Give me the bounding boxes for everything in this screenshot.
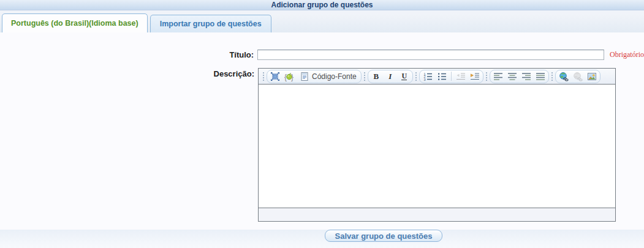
align-center-icon	[507, 72, 517, 81]
numbered-list-button[interactable]: 1 2 3	[421, 70, 434, 83]
source-code-label: Código-Fonte	[312, 72, 357, 81]
toolbar-grip	[415, 72, 417, 81]
tab-base-language-label: Português (do Brasil)(Idioma base)	[11, 19, 138, 28]
toolbar-grip	[486, 72, 487, 81]
underline-button[interactable]: U	[398, 70, 411, 83]
editor-toolbar: { }	[259, 69, 615, 85]
toolbar-group-links	[555, 70, 600, 83]
toolbar-group-basicstyles: B I U	[368, 70, 413, 83]
justify-button[interactable]	[534, 70, 547, 83]
italic-button[interactable]: I	[384, 70, 397, 83]
outdent-icon	[456, 72, 466, 81]
insert-image-button[interactable]	[585, 70, 599, 83]
numbered-list-icon: 1 2 3	[423, 72, 433, 81]
tab-base-language[interactable]: Português (do Brasil)(Idioma base)	[2, 13, 148, 32]
justify-icon	[536, 72, 545, 81]
editor-footer-bar	[259, 208, 615, 221]
outdent-button	[454, 70, 468, 83]
indent-button[interactable]	[468, 70, 482, 83]
placeholder-fields-icon: { }	[284, 72, 294, 81]
align-left-icon	[493, 72, 503, 81]
toolbar-separator	[451, 72, 452, 81]
source-code-button[interactable]: Código-Fonte	[297, 70, 360, 83]
rich-text-editor: { }	[258, 68, 616, 222]
title-label: Título:	[0, 50, 257, 60]
italic-icon: I	[388, 72, 392, 81]
underline-icon: U	[401, 72, 407, 80]
maximize-button[interactable]	[268, 70, 282, 83]
button-row: Salvar grupo de questões	[0, 230, 644, 248]
toolbar-group-align	[490, 70, 549, 83]
indent-icon	[470, 72, 480, 81]
unlink-button	[571, 70, 585, 83]
title-input[interactable]	[257, 50, 604, 60]
bold-icon: B	[373, 72, 379, 81]
toolbar-grip	[551, 72, 553, 81]
add-question-group-dialog: Adicionar grupo de questões Português (d…	[0, 0, 644, 248]
bulleted-list-button[interactable]	[435, 70, 449, 83]
form-content: Título: Obrigatório Descrição:	[0, 50, 644, 248]
align-right-button[interactable]	[520, 70, 533, 83]
placeholder-fields-button[interactable]: { }	[282, 70, 296, 83]
required-note: Obrigatório	[610, 50, 644, 59]
editor-content[interactable]	[259, 85, 615, 208]
dialog-title: Adicionar grupo de questões	[0, 0, 644, 10]
toolbar-grip	[364, 72, 365, 81]
bold-button[interactable]: B	[369, 70, 383, 83]
svg-text:3: 3	[423, 77, 425, 81]
link-button[interactable]	[557, 70, 570, 83]
align-center-button[interactable]	[506, 70, 519, 83]
link-icon	[559, 72, 569, 81]
toolbar-grip	[263, 72, 264, 81]
align-left-button[interactable]	[491, 70, 505, 83]
tab-import-question-group[interactable]: Importar grupo de questões	[150, 15, 271, 32]
title-row: Título: Obrigatório	[0, 50, 644, 60]
save-question-group-button[interactable]: Salvar grupo de questões	[325, 230, 443, 242]
tab-import-label: Importar grupo de questões	[160, 20, 262, 28]
maximize-icon	[270, 72, 280, 81]
unlink-icon	[573, 72, 583, 81]
image-icon	[587, 72, 597, 81]
tab-bar: Português (do Brasil)(Idioma base) Impor…	[0, 13, 644, 32]
description-row: Descrição:	[0, 68, 644, 222]
source-document-icon	[300, 72, 309, 81]
description-label: Descrição:	[0, 68, 258, 79]
bulleted-list-icon	[437, 72, 447, 81]
toolbar-group-lists: 1 2 3	[419, 70, 483, 83]
align-right-icon	[521, 72, 531, 81]
toolbar-group-tools: { }	[267, 70, 362, 83]
